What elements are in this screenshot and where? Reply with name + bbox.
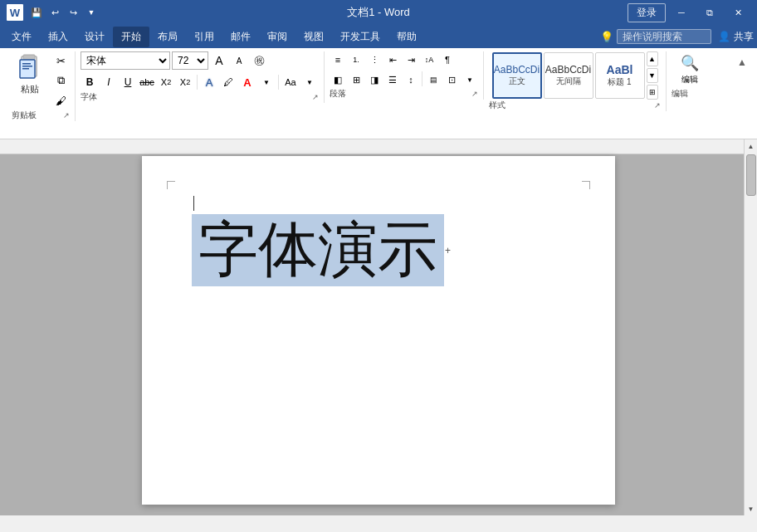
svg-rect-1 (23, 55, 35, 60)
document-area[interactable]: 字体演示 + ▲ ▼ (0, 139, 757, 515)
menubar-right: 💡 👤 共享 (600, 29, 754, 44)
indent-decrease-btn[interactable]: ⇤ (384, 51, 401, 68)
document-text: 字体演示 (198, 217, 437, 283)
clipboard-content: 粘贴 ✂ ⧉ 🖌 (12, 51, 70, 110)
format-painter-button[interactable]: 🖌 (51, 91, 70, 110)
list-multi-btn[interactable]: ⋮ (366, 51, 383, 68)
menu-references[interactable]: 引用 (186, 27, 222, 47)
menu-developer[interactable]: 开发工具 (332, 27, 388, 47)
paragraph-content: ≡ 1. ⋮ ⇤ ⇥ ↕A ¶ ◧ ⊞ ◨ ☰ ↕ ▤ ⊡ ▼ (330, 51, 478, 88)
document-content[interactable]: 字体演示 + (192, 214, 565, 286)
list-number-btn[interactable]: 1. (348, 51, 364, 68)
close-button[interactable]: ✕ (725, 1, 750, 24)
font-color-arrow[interactable]: ▼ (257, 73, 276, 91)
styles-expand-icon[interactable]: ↗ (654, 101, 661, 110)
align-right-btn[interactable]: ◨ (366, 71, 383, 88)
copy-button[interactable]: ⧉ (51, 71, 70, 90)
clipboard-buttons: 粘贴 ✂ ⧉ 🖌 (12, 51, 70, 110)
customize-quick-btn[interactable]: ▼ (83, 4, 100, 21)
underline-button[interactable]: U (119, 73, 137, 91)
clear-format-btn[interactable]: ㊗ (250, 51, 268, 70)
ribbon: 粘贴 ✂ ⧉ 🖌 剪贴板 ↗ 宋体 (0, 48, 757, 139)
ribbon-collapse-btn[interactable]: ▲ (734, 55, 750, 70)
clipboard-group: 粘贴 ✂ ⧉ 🖌 剪贴板 ↗ (7, 51, 76, 121)
cut-button[interactable]: ✂ (51, 51, 70, 70)
command-search-box[interactable] (617, 29, 711, 44)
menu-review[interactable]: 审阅 (259, 27, 295, 47)
shading-btn[interactable]: ▤ (425, 71, 442, 88)
corner-mark-tl (167, 181, 175, 189)
align-center-btn[interactable]: ⊞ (348, 71, 364, 88)
font-group-label: 字体 (81, 91, 97, 103)
bold-button[interactable]: B (81, 73, 99, 91)
text-effect-button[interactable]: A (200, 73, 218, 91)
find-replace-btn[interactable]: 🔍 编辑 (672, 51, 708, 88)
font-size-select[interactable]: 72 (172, 51, 208, 70)
paste-button[interactable]: 粘贴 (12, 51, 48, 97)
superscript-button[interactable]: X2 (176, 73, 194, 91)
styles-expand[interactable]: ⊞ (647, 85, 658, 100)
menu-layout[interactable]: 布局 (149, 27, 186, 47)
editing-label: 编辑 (681, 74, 698, 85)
border-arrow-btn[interactable]: ▼ (462, 71, 478, 88)
style-normal[interactable]: AaBbCcDi 正文 (492, 52, 542, 99)
font-expand-icon[interactable]: ↗ (312, 93, 319, 101)
decrease-font-btn[interactable]: A (230, 51, 248, 70)
scrollbar-down-arrow[interactable]: ▼ (745, 502, 758, 515)
style-heading1-label: 标题 1 (608, 76, 631, 88)
editing-group: 🔍 编辑 编辑 (667, 51, 713, 100)
italic-button[interactable]: I (100, 73, 118, 91)
menu-design[interactable]: 设计 (76, 27, 113, 47)
ruler (0, 139, 744, 154)
menu-insert[interactable]: 插入 (40, 27, 76, 47)
border-btn[interactable]: ⊡ (443, 71, 460, 88)
svg-rect-3 (22, 63, 31, 65)
login-button[interactable]: 登录 (628, 3, 666, 22)
editing-content: 🔍 编辑 (672, 51, 708, 88)
clipboard-expand-icon[interactable]: ↗ (63, 111, 70, 120)
paragraph-expand-icon[interactable]: ↗ (471, 90, 478, 98)
style-no-spacing[interactable]: AaBbCcDi 无间隔 (544, 52, 593, 99)
align-left-btn[interactable]: ◧ (330, 71, 346, 88)
share-button[interactable]: 👤 共享 (718, 30, 754, 44)
menu-mail[interactable]: 邮件 (222, 27, 259, 47)
scrollbar-thumb[interactable] (746, 154, 756, 196)
vertical-scrollbar[interactable]: ▲ ▼ (744, 139, 757, 515)
menu-file[interactable]: 文件 (3, 27, 40, 47)
font-color-button[interactable]: A (238, 73, 256, 91)
subscript-button[interactable]: X2 (157, 73, 175, 91)
command-search-input[interactable] (623, 31, 706, 42)
style-heading1[interactable]: AaBl 标题 1 (595, 52, 645, 99)
strikethrough-button[interactable]: abc (138, 73, 156, 91)
menu-help[interactable]: 帮助 (388, 27, 425, 47)
sort-btn[interactable]: ↕A (421, 51, 437, 68)
paragraph-footer: 段落 ↗ (330, 88, 478, 100)
restore-button[interactable]: ⧉ (697, 1, 722, 24)
undo-quick-btn[interactable]: ↩ (46, 4, 63, 21)
redo-quick-btn[interactable]: ↪ (65, 4, 81, 21)
styles-scroll-down[interactable]: ▼ (647, 68, 658, 83)
list-bullet-btn[interactable]: ≡ (330, 51, 346, 68)
align-justify-btn[interactable]: ☰ (384, 71, 401, 88)
font-row-1: 宋体 72 A A ㊗ (81, 51, 268, 70)
minimize-button[interactable]: ─ (669, 1, 694, 24)
line-spacing-btn[interactable]: ↕ (403, 71, 419, 88)
indent-increase-btn[interactable]: ⇥ (403, 51, 419, 68)
text-highlight-button[interactable]: 🖊 (219, 73, 237, 91)
menu-view[interactable]: 视图 (295, 27, 332, 47)
resize-handle: + (445, 245, 451, 256)
font-case-arrow[interactable]: ▼ (300, 73, 319, 91)
document-page[interactable]: 字体演示 + (142, 156, 615, 505)
styles-scroll-up[interactable]: ▲ (647, 51, 658, 66)
scrollbar-up-arrow[interactable]: ▲ (745, 139, 758, 153)
font-family-select[interactable]: 宋体 (81, 51, 170, 70)
style-normal-label: 正文 (509, 76, 525, 87)
app-icon: W (7, 4, 23, 21)
font-case-button[interactable]: Aa (281, 73, 300, 91)
increase-font-btn[interactable]: A (210, 51, 228, 70)
title-bar: W 💾 ↩ ↪ ▼ 文档1 - Word 登录 ─ ⧉ ✕ (0, 0, 757, 25)
save-quick-btn[interactable]: 💾 (28, 4, 45, 21)
paragraph-label: 段落 (330, 88, 346, 100)
menu-home[interactable]: 开始 (113, 27, 149, 47)
show-marks-btn[interactable]: ¶ (439, 51, 456, 68)
